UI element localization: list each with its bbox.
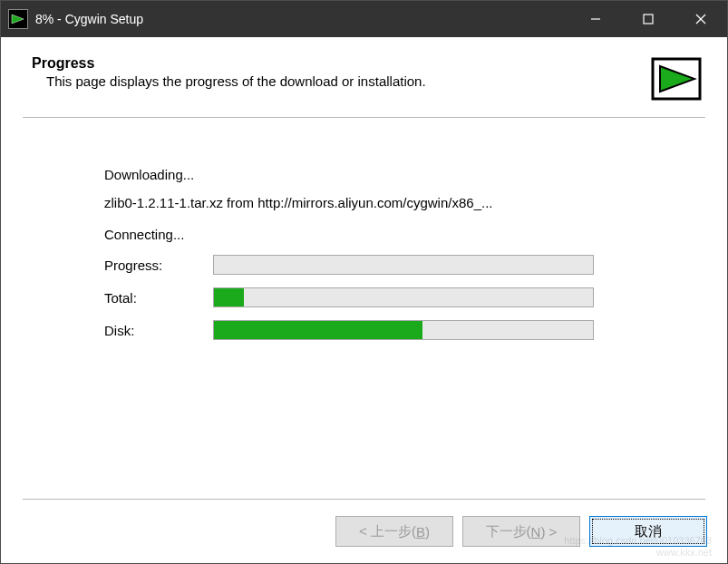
progress-bar-total <box>213 287 594 307</box>
minimize-button[interactable] <box>569 1 622 37</box>
progress-bar-progress <box>213 255 594 275</box>
page-title: Progress <box>32 55 426 72</box>
status-file: zlib0-1.2.11-1.tar.xz from http://mirror… <box>104 195 651 210</box>
app-icon <box>8 9 28 29</box>
progress-row-disk: Disk: <box>104 320 651 340</box>
progress-row-progress: Progress: <box>104 255 651 275</box>
window-controls <box>569 1 727 37</box>
status-connecting: Connecting... <box>104 227 651 242</box>
back-button: < 上一步(B) <box>335 516 453 547</box>
progress-body: Downloading... zlib0-1.2.11-1.tar.xz fro… <box>23 118 705 353</box>
maximize-button[interactable] <box>622 1 675 37</box>
status-downloading: Downloading... <box>104 167 651 182</box>
progress-bar-disk <box>213 320 594 340</box>
svg-rect-2 <box>644 15 653 24</box>
content-area: Progress This page displays the progress… <box>1 37 727 499</box>
cancel-button[interactable]: 取消 <box>589 516 707 547</box>
disk-label: Disk: <box>104 323 213 338</box>
svg-marker-0 <box>12 15 24 24</box>
progress-row-total: Total: <box>104 287 651 307</box>
total-label: Total: <box>104 290 213 306</box>
setup-window: 8% - Cygwin Setup Progress This page dis… <box>0 0 728 564</box>
titlebar: 8% - Cygwin Setup <box>1 1 727 37</box>
cygwin-logo-icon <box>651 57 702 101</box>
progress-fill-total <box>214 288 244 306</box>
close-button[interactable] <box>675 1 727 37</box>
progress-fill-disk <box>214 321 422 339</box>
page-subtitle: This page displays the progress of the d… <box>32 73 426 89</box>
window-title: 8% - Cygwin Setup <box>35 12 143 26</box>
footer-buttons: < 上一步(B) 下一步(N) > 取消 <box>1 500 727 563</box>
progress-label: Progress: <box>104 258 213 273</box>
next-button: 下一步(N) > <box>462 516 580 547</box>
